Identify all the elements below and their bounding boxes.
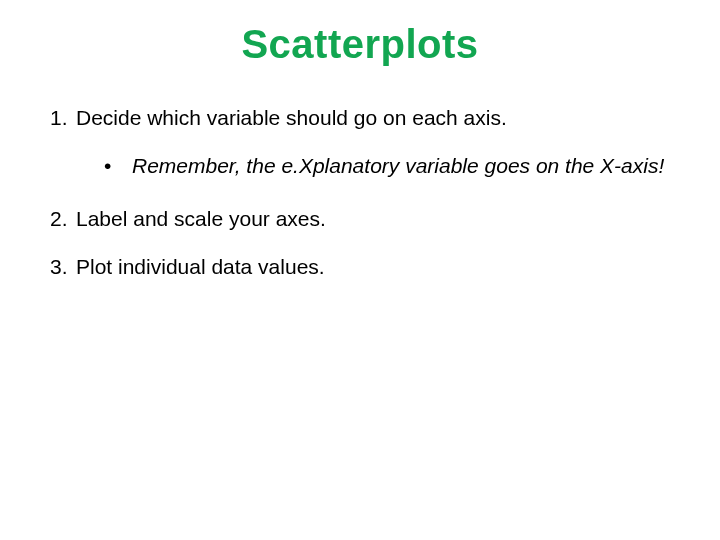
item-number: 2. [50,206,76,232]
slide: Scatterplots 1. Decide which variable sh… [0,0,720,540]
bullet-icon: • [104,153,132,179]
item-number: 1. [50,105,76,131]
slide-body: 1. Decide which variable should go on ea… [0,67,720,280]
list-item: 1. Decide which variable should go on ea… [50,105,670,131]
slide-title: Scatterplots [0,0,720,67]
item-text: Plot individual data values. [76,254,325,280]
item-number: 3. [50,254,76,280]
item-text: Decide which variable should go on each … [76,105,507,131]
sub-item: • Remember, the e.Xplanatory variable go… [104,153,670,179]
list-item: 2. Label and scale your axes. [50,206,670,232]
item-text: Label and scale your axes. [76,206,326,232]
list-item: 3. Plot individual data values. [50,254,670,280]
sub-item-text: Remember, the e.Xplanatory variable goes… [132,153,664,179]
